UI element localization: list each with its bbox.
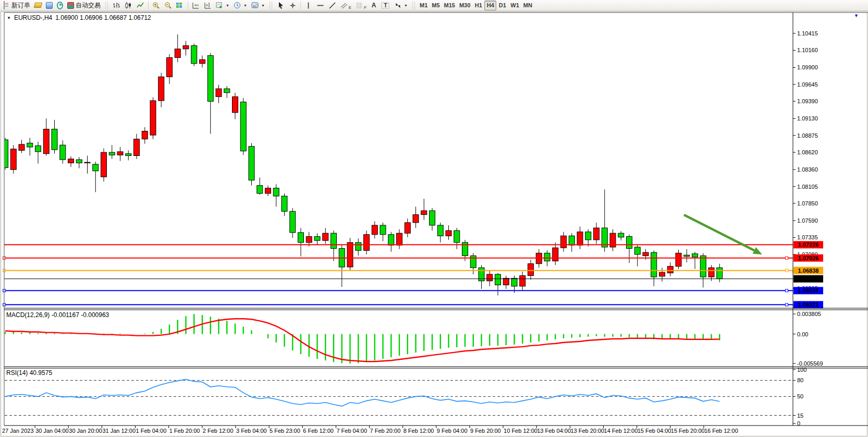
auto-trading-label: 自动交易 xyxy=(76,1,101,10)
channel-letter: E xyxy=(349,5,351,10)
svg-text:8 Feb 12:00: 8 Feb 12:00 xyxy=(404,428,434,434)
deposit-button[interactable] xyxy=(32,1,44,10)
arrows-tool-button[interactable]: ▼ xyxy=(392,1,410,10)
zoom-in-icon xyxy=(152,2,160,9)
auto-scroll-icon xyxy=(192,2,200,9)
macd-indicator-label: MACD(12,26,9) -0.001167 -0.000963 xyxy=(6,311,109,319)
fibonacci-icon xyxy=(356,2,363,9)
new-order-icon xyxy=(4,2,10,9)
horizontal-line-tool-button[interactable] xyxy=(314,1,326,10)
timeframe-button-D1[interactable]: D1 xyxy=(496,1,508,10)
svg-text:1.06838: 1.06838 xyxy=(798,268,819,274)
svg-text:9 Feb 20:00: 9 Feb 20:00 xyxy=(470,428,501,434)
toolbar-separator xyxy=(300,2,301,9)
chart-corner-dropdown-icon[interactable]: ▼ xyxy=(854,13,859,18)
svg-text:1.09390: 1.09390 xyxy=(797,98,818,104)
crosshair-tool-button[interactable] xyxy=(287,1,299,10)
candlestick-chart-button[interactable] xyxy=(123,1,135,10)
timeframe-button-H1[interactable]: H1 xyxy=(472,1,484,10)
svg-text:1.06712: 1.06712 xyxy=(798,276,819,282)
rsi-value: 40.9575 xyxy=(30,369,52,377)
timeframe-button-W1[interactable]: W1 xyxy=(508,1,521,10)
auto-trading-button[interactable]: 自动交易 xyxy=(65,1,103,10)
chart-shift-button[interactable] xyxy=(202,1,214,10)
timeframe-button-M30[interactable]: M30 xyxy=(457,1,472,10)
periods-button[interactable]: ▼ xyxy=(231,1,249,10)
macd-values: -0.001167 -0.000963 xyxy=(52,311,109,319)
text-label-icon: T xyxy=(381,2,390,9)
new-order-button[interactable]: 新订单 xyxy=(2,1,32,10)
candlestick-chart-icon xyxy=(125,2,132,9)
trendline-icon xyxy=(328,2,336,9)
toolbar-separator xyxy=(188,2,188,9)
equidistant-channel-tool-button[interactable]: E xyxy=(338,1,353,10)
svg-text:0.00: 0.00 xyxy=(797,331,808,337)
tile-windows-icon xyxy=(176,2,184,9)
svg-text:7 Feb 20:00: 7 Feb 20:00 xyxy=(370,428,401,434)
signals-button[interactable] xyxy=(55,1,65,10)
chart-ohlc-values: 1.06900 1.06906 1.06687 1.06712 xyxy=(55,14,151,21)
svg-text:27 Jan 2023: 27 Jan 2023 xyxy=(2,428,34,434)
svg-text:1.07226: 1.07226 xyxy=(798,241,819,248)
fibonacci-letter: F xyxy=(364,5,366,10)
new-chart-icon xyxy=(216,2,224,9)
chevron-down-icon: ▼ xyxy=(226,4,229,7)
cursor-tool-button[interactable] xyxy=(275,1,287,10)
svg-text:31 Jan 12:00: 31 Jan 12:00 xyxy=(102,428,136,434)
svg-text:1.06534: 1.06534 xyxy=(798,287,820,294)
auto-scroll-button[interactable] xyxy=(190,1,202,10)
timeframe-toolbar: M1M5M15M30H1H4D1W1MN xyxy=(418,1,534,10)
zoom-in-button[interactable] xyxy=(150,1,162,10)
toolbar-grip[interactable] xyxy=(105,2,108,9)
timeframe-button-M1[interactable]: M1 xyxy=(418,1,430,10)
toolbar-grip[interactable] xyxy=(412,2,415,9)
svg-text:1.08875: 1.08875 xyxy=(797,132,818,139)
svg-text:15 Feb 20:00: 15 Feb 20:00 xyxy=(671,428,705,434)
svg-text:13 Feb 20:00: 13 Feb 20:00 xyxy=(570,428,604,434)
trendline-tool-button[interactable] xyxy=(326,1,338,10)
timeframe-button-MN[interactable]: MN xyxy=(521,1,534,10)
svg-text:1.07026: 1.07026 xyxy=(798,255,819,261)
community-button[interactable] xyxy=(44,1,55,10)
signals-icon xyxy=(57,2,63,9)
svg-text:1.08620: 1.08620 xyxy=(797,149,818,155)
vertical-line-icon xyxy=(304,2,312,9)
svg-text:1.10160: 1.10160 xyxy=(797,47,818,53)
chart-symbol-period: EURUSD-,H4 xyxy=(14,14,52,21)
svg-text:10 Feb 12:00: 10 Feb 12:00 xyxy=(504,428,537,434)
svg-text:9 Feb 04:00: 9 Feb 04:00 xyxy=(437,428,468,434)
zoom-out-button[interactable] xyxy=(162,1,174,10)
new-order-label: 新订单 xyxy=(11,1,30,10)
svg-text:T: T xyxy=(384,3,387,8)
clock-icon xyxy=(234,2,241,9)
svg-text:1.09130: 1.09130 xyxy=(797,115,818,122)
timeframe-button-M5[interactable]: M5 xyxy=(430,1,442,10)
svg-text:16 Feb 12:00: 16 Feb 12:00 xyxy=(704,428,738,434)
chart-canvas[interactable]: 1.104151.101601.099001.096451.093901.091… xyxy=(0,11,868,437)
svg-text:0.003805: 0.003805 xyxy=(797,311,821,317)
text-tool-icon: A xyxy=(372,2,376,9)
templates-button[interactable]: ▼ xyxy=(249,1,267,10)
timeframe-button-H4[interactable]: H4 xyxy=(484,1,496,10)
svg-text:50: 50 xyxy=(797,393,803,399)
svg-text:1.09900: 1.09900 xyxy=(797,64,818,70)
channel-icon xyxy=(340,2,348,9)
bar-chart-button[interactable] xyxy=(111,1,123,10)
toolbar-separator xyxy=(148,2,149,9)
rsi-title: RSI(14) xyxy=(6,369,28,377)
new-chart-button[interactable]: ▼ xyxy=(214,1,231,10)
cursor-icon xyxy=(277,2,285,9)
rsi-indicator-label: RSI(14) 40.9575 xyxy=(6,369,52,377)
timeframe-button-M15[interactable]: M15 xyxy=(442,1,457,10)
svg-text:80: 80 xyxy=(797,377,803,383)
community-icon xyxy=(46,2,53,9)
text-tool-button[interactable]: A xyxy=(369,1,379,10)
tile-windows-button[interactable] xyxy=(174,1,186,10)
fibonacci-tool-button[interactable]: F xyxy=(353,1,369,10)
chart-title: ▼ EURUSD-,H4 1.06900 1.06906 1.06687 1.0… xyxy=(7,14,151,21)
line-chart-button[interactable] xyxy=(135,1,146,10)
collapse-triangle-icon[interactable]: ▼ xyxy=(7,16,11,20)
toolbar-grip[interactable] xyxy=(270,2,272,9)
text-label-tool-button[interactable]: T xyxy=(379,1,392,10)
vertical-line-tool-button[interactable] xyxy=(302,1,314,10)
